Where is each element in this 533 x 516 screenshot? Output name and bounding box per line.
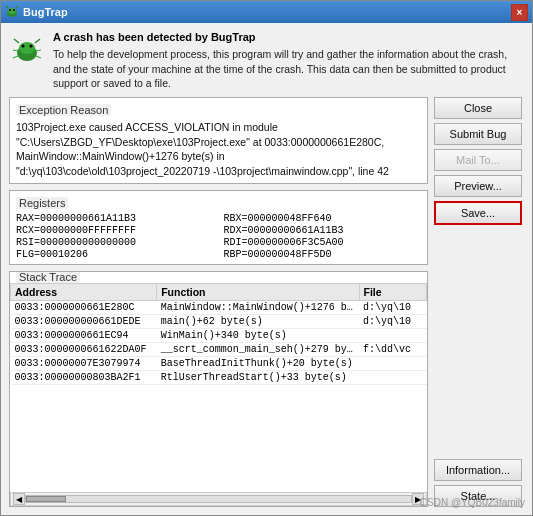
stack-trace-section: Stack Trace Address Function File <box>9 271 428 507</box>
cell-function: MainWindow::MainWindow()+1276 byte(s) <box>157 300 359 314</box>
header-section: A crash has been detected by BugTrap To … <box>9 31 524 91</box>
cell-file: d:\yq\10 <box>359 314 426 328</box>
reg-rax: RAX=00000000661A11B3 <box>16 213 214 224</box>
cell-address: 0033:00000007E3079974 <box>11 356 157 370</box>
table-row: 0033:0000000661E280CMainWindow::MainWind… <box>11 300 427 314</box>
scroll-left-arrow[interactable]: ◀ <box>13 493 25 505</box>
header-title: A crash has been detected by BugTrap <box>53 31 524 43</box>
title-bar-title: BugTrap <box>23 6 68 18</box>
scrollbar-thumb[interactable] <box>26 496 66 502</box>
col-file: File <box>359 283 426 300</box>
svg-point-2 <box>9 9 11 11</box>
stack-table-container[interactable]: Address Function File 0033:0000000661E28… <box>10 283 427 491</box>
app-icon <box>5 5 19 19</box>
table-row: 0033:00000007E3079974BaseThreadInitThunk… <box>11 356 427 370</box>
svg-point-7 <box>19 42 35 54</box>
stack-table: Address Function File 0033:0000000661E28… <box>10 283 427 385</box>
right-panel: Close Submit Bug Mail To... Preview... S… <box>434 97 524 507</box>
exception-group: Exception Reason 103Project.exe caused A… <box>9 97 428 184</box>
save-button[interactable]: Save... <box>434 201 522 225</box>
window-content: A crash has been detected by BugTrap To … <box>1 23 532 515</box>
cell-file <box>359 328 426 342</box>
reg-rbp: RBP=000000048FF5D0 <box>224 249 422 260</box>
submit-bug-button[interactable]: Submit Bug <box>434 123 522 145</box>
svg-line-14 <box>13 56 18 58</box>
cell-function: RtlUserThreadStart()+33 byte(s) <box>157 370 359 384</box>
registers-group: Registers RAX=00000000661A11B3 RBX=00000… <box>9 190 428 265</box>
svg-line-4 <box>6 6 8 8</box>
header-description: To help the development process, this pr… <box>53 47 524 91</box>
left-panel: Exception Reason 103Project.exe caused A… <box>9 97 428 507</box>
state-button[interactable]: State... <box>434 485 522 507</box>
cell-address: 0033:000000000661DEDE <box>11 314 157 328</box>
reg-flg: FLG=00010206 <box>16 249 214 260</box>
cell-file <box>359 370 426 384</box>
cell-file <box>359 356 426 370</box>
cell-file: d:\yq\10 <box>359 300 426 314</box>
svg-line-15 <box>36 56 41 58</box>
svg-point-9 <box>30 45 33 48</box>
stack-trace-group: Stack Trace Address Function File <box>9 271 428 507</box>
cell-function: main()+62 byte(s) <box>157 314 359 328</box>
svg-point-3 <box>13 9 15 11</box>
svg-line-5 <box>16 6 18 8</box>
close-window-button[interactable]: × <box>511 4 528 21</box>
svg-line-13 <box>36 50 41 51</box>
cell-address: 0033:00000000803BA2F1 <box>11 370 157 384</box>
scroll-right-arrow[interactable]: ▶ <box>412 493 424 505</box>
exception-label: Exception Reason <box>16 104 111 116</box>
svg-point-8 <box>22 45 25 48</box>
close-button[interactable]: Close <box>434 97 522 119</box>
exception-text: 103Project.exe caused ACCESS_VIOLATION i… <box>10 116 427 183</box>
col-function: Function <box>157 283 359 300</box>
title-bar-left: BugTrap <box>5 5 68 19</box>
table-row: 0033:0000000661EC94WinMain()+340 byte(s) <box>11 328 427 342</box>
registers-grid: RAX=00000000661A11B3 RBX=000000048FF640 … <box>10 209 427 264</box>
cell-address: 0033:0000000661622DA0F <box>11 342 157 356</box>
main-area: Exception Reason 103Project.exe caused A… <box>9 97 524 507</box>
main-window: BugTrap × A cr <box>0 0 533 516</box>
svg-line-10 <box>14 39 19 43</box>
header-text: A crash has been detected by BugTrap To … <box>53 31 524 91</box>
cell-file: f:\dd\vc <box>359 342 426 356</box>
cell-function: __scrt_common_main_seh()+279 byte(s) <box>157 342 359 356</box>
svg-line-12 <box>13 50 18 51</box>
registers-label: Registers <box>16 197 68 209</box>
title-bar: BugTrap × <box>1 1 532 23</box>
mail-to-button[interactable]: Mail To... <box>434 149 522 171</box>
table-row: 0033:000000000661DEDEmain()+62 byte(s)d:… <box>11 314 427 328</box>
cell-function: BaseThreadInitThunk()+20 byte(s) <box>157 356 359 370</box>
horizontal-scrollbar[interactable]: ◀ ▶ <box>10 492 427 506</box>
reg-rdi: RDI=000000006F3C5A00 <box>224 237 422 248</box>
table-row: 0033:00000000803BA2F1RtlUserThreadStart(… <box>11 370 427 384</box>
svg-point-1 <box>8 8 16 14</box>
scrollbar-track[interactable] <box>25 495 412 503</box>
table-row: 0033:0000000661622DA0F__scrt_common_main… <box>11 342 427 356</box>
information-button[interactable]: Information... <box>434 459 522 481</box>
cell-address: 0033:0000000661EC94 <box>11 328 157 342</box>
reg-rbx: RBX=000000048FF640 <box>224 213 422 224</box>
reg-rcx: RCX=00000000FFFFFFFF <box>16 225 214 236</box>
preview-button[interactable]: Preview... <box>434 175 522 197</box>
cell-address: 0033:0000000661E280C <box>11 300 157 314</box>
reg-rdx: RDX=00000000661A11B3 <box>224 225 422 236</box>
cell-function: WinMain()+340 byte(s) <box>157 328 359 342</box>
reg-rsi: RSI=0000000000000000 <box>16 237 214 248</box>
bug-icon <box>9 31 45 67</box>
stack-trace-label: Stack Trace <box>16 271 80 283</box>
col-address: Address <box>11 283 157 300</box>
svg-line-11 <box>35 39 40 43</box>
